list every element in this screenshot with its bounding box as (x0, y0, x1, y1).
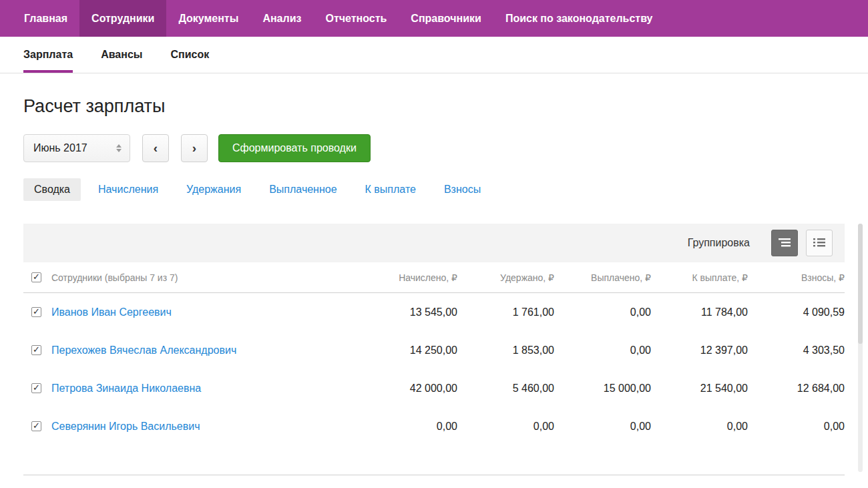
row-checkbox[interactable]: ✓ (31, 421, 41, 431)
table-row: ✓ Иванов Иван Сергеевич 13 545,00 1 761,… (23, 293, 845, 331)
grouping-label: Группировка (688, 237, 750, 249)
cell-vyplacheno: 0,00 (554, 306, 651, 318)
cell-vznosy: 4 303,50 (748, 344, 845, 356)
cell-vyplacheno: 15 000,00 (554, 383, 651, 395)
nav-item-glavnaya[interactable]: Главная (12, 0, 79, 37)
employee-name-link[interactable]: Петрова Зинаида Николаевна (51, 383, 361, 395)
cell-uderzhano: 0,00 (457, 421, 554, 433)
main-nav: Главная Сотрудники Документы Анализ Отче… (0, 0, 868, 37)
tab-nachisleniya[interactable]: Начисления (87, 178, 169, 201)
column-header-nachisleno: Начислено, ₽ (361, 272, 457, 283)
nav-item-dokumenty[interactable]: Документы (166, 0, 250, 37)
summary-tabs: Сводка Начисления Удержания Выплаченное … (23, 178, 845, 201)
cell-k-vyplate: 21 540,00 (651, 383, 748, 395)
cell-nachisleno: 13 545,00 (361, 306, 457, 318)
employee-name-link[interactable]: Северянин Игорь Васильевич (51, 421, 361, 433)
tab-uderzhaniya[interactable]: Удержания (176, 178, 252, 201)
bottom-divider (23, 475, 845, 475)
row-checkbox[interactable]: ✓ (31, 307, 41, 317)
tab-k-vyplate[interactable]: К выплате (355, 178, 427, 201)
controls-row: Июнь 2017 ‹ › Сформировать проводки (23, 134, 845, 162)
select-all-checkbox[interactable]: ✓ (31, 272, 41, 282)
cell-uderzhano: 5 460,00 (457, 383, 554, 395)
view-grouped-button[interactable] (771, 230, 798, 256)
table-scrollbar[interactable] (858, 224, 863, 472)
nav-item-analiz[interactable]: Анализ (250, 0, 313, 37)
cell-vznosy: 0,00 (748, 421, 845, 433)
nav-item-poisk-po-zakonodatelstvu[interactable]: Поиск по законодательству (493, 0, 665, 37)
section-nav: Зарплата Авансы Список (0, 37, 868, 73)
nav-item-spravochniki[interactable]: Справочники (399, 0, 493, 37)
nav-item-sotrudniki[interactable]: Сотрудники (79, 0, 166, 37)
page-title: Расчет зарплаты (23, 96, 845, 117)
cell-nachisleno: 42 000,00 (361, 383, 457, 395)
column-header-uderzhano: Удержано, ₽ (457, 272, 554, 283)
period-dropdown-value: Июнь 2017 (33, 142, 87, 154)
grouped-list-icon (779, 238, 791, 248)
subnav-item-zarplata[interactable]: Зарплата (23, 37, 73, 73)
employee-name-link[interactable]: Иванов Иван Сергеевич (51, 306, 361, 318)
flat-list-icon (813, 238, 825, 248)
table-row: ✓ Перехожев Вячеслав Александрович 14 25… (23, 331, 845, 369)
tab-svodka[interactable]: Сводка (23, 178, 81, 201)
dropdown-carets-icon (116, 144, 122, 152)
row-checkbox[interactable]: ✓ (31, 345, 41, 355)
table-row: ✓ Петрова Зинаида Николаевна 42 000,00 5… (23, 369, 845, 407)
employee-name-link[interactable]: Перехожев Вячеслав Александрович (51, 344, 361, 356)
cell-k-vyplate: 11 784,00 (651, 306, 748, 318)
column-header-vyplacheno: Выплачено, ₽ (554, 272, 651, 283)
next-month-button[interactable]: › (181, 134, 208, 162)
cell-k-vyplate: 0,00 (651, 421, 748, 433)
period-dropdown[interactable]: Июнь 2017 (23, 134, 130, 162)
cell-vznosy: 12 684,00 (748, 383, 845, 395)
prev-month-button[interactable]: ‹ (142, 134, 169, 162)
view-flat-list-button[interactable] (806, 230, 833, 256)
cell-vyplacheno: 0,00 (554, 344, 651, 356)
subnav-item-avansy[interactable]: Авансы (101, 37, 142, 73)
cell-vznosy: 4 090,59 (748, 306, 845, 318)
column-header-vznosy: Взносы, ₽ (748, 272, 845, 283)
cell-vyplacheno: 0,00 (554, 421, 651, 433)
table-header-row: ✓ Сотрудники (выбраны 7 из 7) Начислено,… (23, 262, 845, 293)
generate-postings-button[interactable]: Сформировать проводки (218, 134, 371, 162)
scrollbar-thumb[interactable] (858, 224, 863, 344)
table-row: ✓ Северянин Игорь Васильевич 0,00 0,00 0… (23, 407, 845, 445)
grouping-toolbar: Группировка (23, 224, 845, 262)
cell-uderzhano: 1 761,00 (457, 306, 554, 318)
cell-nachisleno: 14 250,00 (361, 344, 457, 356)
employees-header-label: Сотрудники (выбраны 7 из 7) (51, 272, 361, 283)
tab-vyplachennoe[interactable]: Выплаченное (258, 178, 347, 201)
salary-table: Группировка ✓ (23, 224, 845, 475)
tab-vznosy[interactable]: Взносы (433, 178, 491, 201)
cell-uderzhano: 1 853,00 (457, 344, 554, 356)
cell-nachisleno: 0,00 (361, 421, 457, 433)
cell-k-vyplate: 12 397,00 (651, 344, 748, 356)
subnav-item-spisok[interactable]: Список (170, 37, 209, 73)
row-checkbox[interactable]: ✓ (31, 383, 41, 393)
nav-item-otchetnost[interactable]: Отчетность (313, 0, 399, 37)
column-header-k-vyplate: К выплате, ₽ (651, 272, 748, 283)
